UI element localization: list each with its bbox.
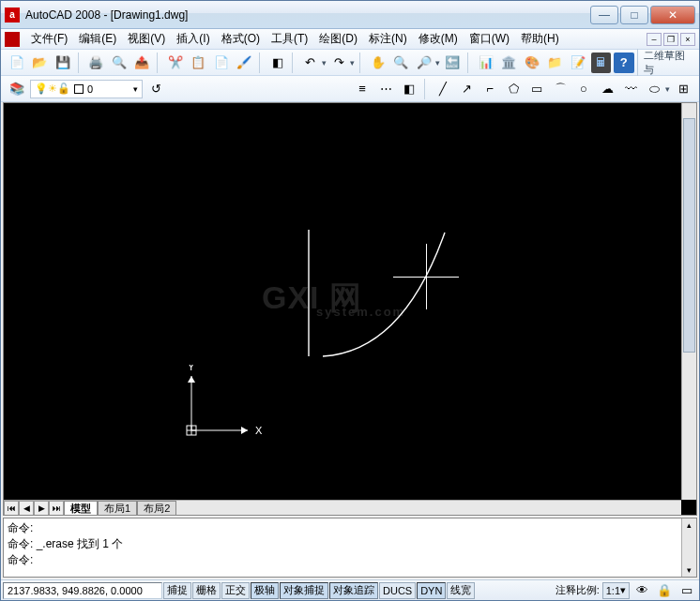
construction-line-icon[interactable]: ↗ [456, 79, 477, 99]
publish-icon[interactable]: 📤 [131, 53, 152, 73]
linetype-icon[interactable]: ⋯ [375, 79, 396, 99]
menu-modify[interactable]: 修改(M) [413, 29, 464, 49]
undo-icon[interactable]: ↶ [300, 53, 321, 73]
drawing-content [299, 225, 487, 375]
tab-prev-button[interactable]: ◀ [19, 501, 34, 516]
menu-insert[interactable]: 插入(I) [171, 29, 215, 49]
color-icon[interactable]: ◧ [399, 79, 419, 99]
layers-toolbar: 📚 💡 ☀ 🔓 0 ▾ ↺ ≡ ⋯ ◧ ╱ ↗ ⌐ ⬠ ▭ ⌒ ○ ☁ 〰 ⬭▾… [1, 76, 699, 102]
layer-previous-icon[interactable]: ↺ [145, 79, 166, 99]
tab-next-button[interactable]: ▶ [34, 501, 49, 516]
undo-dropdown[interactable]: ▾ [322, 58, 327, 68]
coordinates-display[interactable]: 2137.9833, 949.8826, 0.0000 [3, 582, 162, 599]
annotation-scale-value[interactable]: 1:1 ▾ [602, 582, 630, 599]
menu-window[interactable]: 窗口(W) [464, 29, 515, 49]
zoom-realtime-icon[interactable]: 🔍 [391, 53, 412, 73]
polar-toggle[interactable]: 极轴 [251, 582, 279, 599]
app-icon: a [5, 8, 20, 23]
paste-icon[interactable]: 📄 [211, 53, 232, 73]
model-tab[interactable]: 模型 [64, 501, 98, 516]
rectangle-icon[interactable]: ▭ [526, 79, 547, 99]
copy-icon[interactable]: 📋 [188, 53, 208, 73]
tab-first-button[interactable]: ⏮ [4, 501, 19, 516]
drawing-canvas[interactable]: GXI 网 system.com X Y ⏮ ◀ ▶ ⏭ [3, 102, 697, 516]
snap-toggle[interactable]: 捕捉 [163, 582, 191, 599]
polygon-icon[interactable]: ⬠ [503, 79, 524, 99]
revision-cloud-icon[interactable]: ☁ [597, 79, 617, 99]
layout1-tab[interactable]: 布局1 [98, 501, 137, 516]
osnap-toggle[interactable]: 对象捕捉 [280, 582, 328, 599]
ellipse-dropdown[interactable]: ▾ [665, 84, 670, 94]
maximize-button[interactable]: □ [620, 6, 648, 24]
plot-preview-icon[interactable]: 🔍 [109, 53, 129, 73]
command-window[interactable]: 命令: 命令: _.erase 找到 1 个 命令: ▴ ▾ [3, 518, 697, 578]
child-close-button[interactable]: × [680, 33, 695, 46]
markup-icon[interactable]: 📝 [568, 53, 588, 73]
ducs-toggle[interactable]: DUCS [379, 582, 416, 599]
child-minimize-button[interactable]: – [647, 33, 662, 46]
scroll-down-icon[interactable]: ▾ [682, 563, 696, 577]
dyn-toggle[interactable]: DYN [417, 582, 446, 599]
minimize-button[interactable]: — [590, 6, 618, 24]
menu-format[interactable]: 格式(O) [216, 29, 266, 49]
command-prompt[interactable]: 命令: [8, 552, 677, 568]
lineweight-toggle[interactable]: 线宽 [447, 582, 475, 599]
scroll-up-icon[interactable]: ▴ [682, 518, 696, 532]
zoom-dropdown[interactable]: ▾ [435, 58, 440, 68]
workspace-label[interactable]: 二维草图与 [637, 49, 694, 77]
clean-screen-icon[interactable]: ▭ [677, 580, 697, 601]
child-restore-button[interactable]: ❐ [663, 33, 678, 46]
polyline-icon[interactable]: ⌐ [479, 79, 500, 99]
print-icon[interactable]: 🖨️ [85, 53, 106, 73]
pan-icon[interactable]: ✋ [368, 53, 388, 73]
properties-icon[interactable]: 📊 [476, 53, 496, 73]
open-icon[interactable]: 📂 [30, 53, 51, 73]
vertical-scrollbar[interactable] [681, 103, 696, 500]
redo-dropdown[interactable]: ▾ [350, 58, 355, 68]
menu-draw[interactable]: 绘图(D) [313, 29, 363, 49]
save-icon[interactable]: 💾 [53, 53, 73, 73]
zoom-window-icon[interactable]: 🔎 [414, 53, 434, 73]
ortho-toggle[interactable]: 正交 [221, 582, 250, 599]
lightbulb-icon: 💡 [35, 83, 48, 95]
svg-marker-5 [188, 376, 195, 383]
quickcalc-icon[interactable]: 🖩 [591, 53, 612, 73]
insert-block-icon[interactable]: ⊞ [673, 79, 693, 99]
annotation-visibility-icon[interactable]: 👁 [632, 580, 652, 601]
workspace-lock-icon[interactable]: 🔒 [654, 580, 675, 601]
grid-toggle[interactable]: 栅格 [192, 582, 221, 599]
menu-view[interactable]: 视图(V) [122, 29, 171, 49]
new-icon[interactable]: 📄 [7, 53, 27, 73]
sheet-set-icon[interactable]: 📁 [545, 53, 566, 73]
menu-edit[interactable]: 编辑(E) [73, 29, 122, 49]
menu-help[interactable]: 帮助(H) [515, 29, 565, 49]
tool-palettes-icon[interactable]: 🎨 [522, 53, 542, 73]
layer-combo[interactable]: 💡 ☀ 🔓 0 ▾ [30, 80, 143, 98]
block-editor-icon[interactable]: ◧ [267, 53, 288, 73]
menu-file[interactable]: 文件(F) [25, 29, 73, 49]
cut-icon[interactable]: ✂️ [165, 53, 186, 73]
line-icon[interactable]: ╱ [433, 79, 453, 99]
ellipse-icon[interactable]: ⬭ [644, 79, 664, 99]
circle-icon[interactable]: ○ [573, 79, 594, 99]
tab-last-button[interactable]: ⏭ [49, 501, 64, 516]
vertical-scrollbar-thumb[interactable] [683, 118, 695, 353]
arc-icon[interactable]: ⌒ [550, 79, 571, 99]
zoom-previous-icon[interactable]: 🔙 [443, 53, 464, 73]
layer-properties-icon[interactable]: 📚 [7, 79, 27, 99]
menu-tools[interactable]: 工具(T) [266, 29, 313, 49]
layout2-tab[interactable]: 布局2 [137, 501, 176, 516]
design-center-icon[interactable]: 🏛️ [499, 53, 520, 73]
redo-icon[interactable]: ↷ [329, 53, 350, 73]
matchprop-icon[interactable]: 🖌️ [234, 53, 254, 73]
help-icon[interactable]: ? [614, 53, 634, 73]
layout-tabs-bar: ⏮ ◀ ▶ ⏭ 模型 布局1 布局2 [4, 500, 681, 515]
command-scrollbar[interactable]: ▴ ▾ [681, 518, 696, 577]
otrack-toggle[interactable]: 对象追踪 [329, 582, 378, 599]
color-swatch [74, 84, 84, 94]
lineweight-icon[interactable]: ≡ [352, 79, 373, 99]
spline-icon[interactable]: 〰 [620, 79, 641, 99]
close-button[interactable]: ✕ [650, 6, 695, 24]
menu-dimension[interactable]: 标注(N) [363, 29, 413, 49]
command-history: 命令: 命令: _.erase 找到 1 个 命令: [4, 518, 681, 577]
